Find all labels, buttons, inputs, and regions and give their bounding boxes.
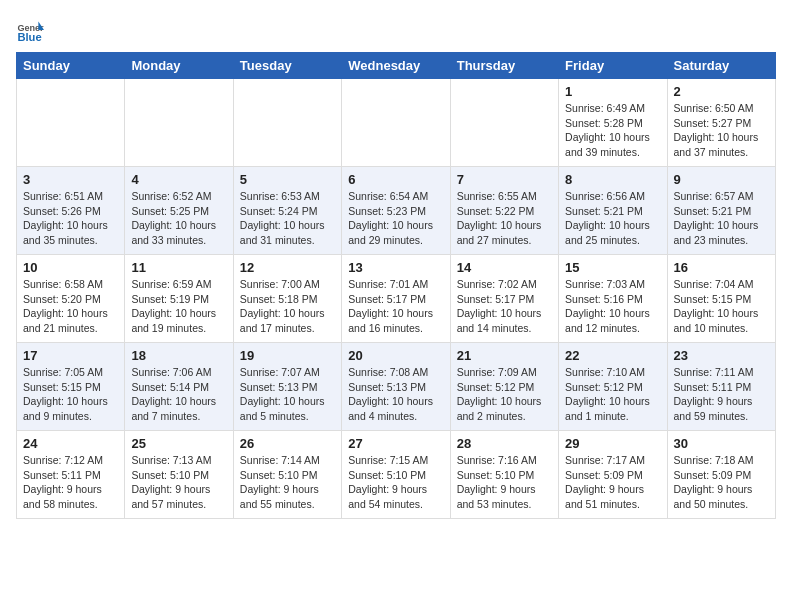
day-cell: 12Sunrise: 7:00 AM Sunset: 5:18 PM Dayli… bbox=[233, 255, 341, 343]
col-header-wednesday: Wednesday bbox=[342, 53, 450, 79]
day-cell: 16Sunrise: 7:04 AM Sunset: 5:15 PM Dayli… bbox=[667, 255, 775, 343]
day-cell: 4Sunrise: 6:52 AM Sunset: 5:25 PM Daylig… bbox=[125, 167, 233, 255]
day-number: 30 bbox=[674, 436, 769, 451]
day-cell: 23Sunrise: 7:11 AM Sunset: 5:11 PM Dayli… bbox=[667, 343, 775, 431]
header-row: SundayMondayTuesdayWednesdayThursdayFrid… bbox=[17, 53, 776, 79]
day-number: 21 bbox=[457, 348, 552, 363]
week-row-3: 10Sunrise: 6:58 AM Sunset: 5:20 PM Dayli… bbox=[17, 255, 776, 343]
day-number: 4 bbox=[131, 172, 226, 187]
day-info: Sunrise: 6:53 AM Sunset: 5:24 PM Dayligh… bbox=[240, 189, 335, 248]
day-info: Sunrise: 7:08 AM Sunset: 5:13 PM Dayligh… bbox=[348, 365, 443, 424]
day-info: Sunrise: 7:00 AM Sunset: 5:18 PM Dayligh… bbox=[240, 277, 335, 336]
day-info: Sunrise: 6:56 AM Sunset: 5:21 PM Dayligh… bbox=[565, 189, 660, 248]
day-cell: 15Sunrise: 7:03 AM Sunset: 5:16 PM Dayli… bbox=[559, 255, 667, 343]
header: General Blue bbox=[16, 16, 776, 44]
day-cell: 14Sunrise: 7:02 AM Sunset: 5:17 PM Dayli… bbox=[450, 255, 558, 343]
day-cell: 22Sunrise: 7:10 AM Sunset: 5:12 PM Dayli… bbox=[559, 343, 667, 431]
day-info: Sunrise: 7:09 AM Sunset: 5:12 PM Dayligh… bbox=[457, 365, 552, 424]
day-number: 23 bbox=[674, 348, 769, 363]
day-number: 14 bbox=[457, 260, 552, 275]
day-number: 3 bbox=[23, 172, 118, 187]
day-cell: 8Sunrise: 6:56 AM Sunset: 5:21 PM Daylig… bbox=[559, 167, 667, 255]
day-cell: 11Sunrise: 6:59 AM Sunset: 5:19 PM Dayli… bbox=[125, 255, 233, 343]
week-row-4: 17Sunrise: 7:05 AM Sunset: 5:15 PM Dayli… bbox=[17, 343, 776, 431]
day-info: Sunrise: 7:17 AM Sunset: 5:09 PM Dayligh… bbox=[565, 453, 660, 512]
day-number: 6 bbox=[348, 172, 443, 187]
col-header-sunday: Sunday bbox=[17, 53, 125, 79]
day-cell: 30Sunrise: 7:18 AM Sunset: 5:09 PM Dayli… bbox=[667, 431, 775, 519]
day-number: 1 bbox=[565, 84, 660, 99]
day-number: 22 bbox=[565, 348, 660, 363]
day-info: Sunrise: 7:15 AM Sunset: 5:10 PM Dayligh… bbox=[348, 453, 443, 512]
day-number: 24 bbox=[23, 436, 118, 451]
day-number: 11 bbox=[131, 260, 226, 275]
day-number: 18 bbox=[131, 348, 226, 363]
day-info: Sunrise: 6:58 AM Sunset: 5:20 PM Dayligh… bbox=[23, 277, 118, 336]
day-number: 7 bbox=[457, 172, 552, 187]
logo-icon: General Blue bbox=[16, 16, 44, 44]
day-number: 17 bbox=[23, 348, 118, 363]
svg-text:Blue: Blue bbox=[17, 31, 41, 43]
week-row-2: 3Sunrise: 6:51 AM Sunset: 5:26 PM Daylig… bbox=[17, 167, 776, 255]
day-cell: 7Sunrise: 6:55 AM Sunset: 5:22 PM Daylig… bbox=[450, 167, 558, 255]
day-cell: 25Sunrise: 7:13 AM Sunset: 5:10 PM Dayli… bbox=[125, 431, 233, 519]
day-cell: 13Sunrise: 7:01 AM Sunset: 5:17 PM Dayli… bbox=[342, 255, 450, 343]
col-header-thursday: Thursday bbox=[450, 53, 558, 79]
day-cell: 10Sunrise: 6:58 AM Sunset: 5:20 PM Dayli… bbox=[17, 255, 125, 343]
day-info: Sunrise: 7:14 AM Sunset: 5:10 PM Dayligh… bbox=[240, 453, 335, 512]
day-cell bbox=[450, 79, 558, 167]
day-number: 26 bbox=[240, 436, 335, 451]
day-info: Sunrise: 7:11 AM Sunset: 5:11 PM Dayligh… bbox=[674, 365, 769, 424]
week-row-5: 24Sunrise: 7:12 AM Sunset: 5:11 PM Dayli… bbox=[17, 431, 776, 519]
day-info: Sunrise: 6:49 AM Sunset: 5:28 PM Dayligh… bbox=[565, 101, 660, 160]
day-cell: 27Sunrise: 7:15 AM Sunset: 5:10 PM Dayli… bbox=[342, 431, 450, 519]
day-number: 28 bbox=[457, 436, 552, 451]
day-number: 25 bbox=[131, 436, 226, 451]
col-header-saturday: Saturday bbox=[667, 53, 775, 79]
day-cell: 20Sunrise: 7:08 AM Sunset: 5:13 PM Dayli… bbox=[342, 343, 450, 431]
col-header-monday: Monday bbox=[125, 53, 233, 79]
day-cell: 28Sunrise: 7:16 AM Sunset: 5:10 PM Dayli… bbox=[450, 431, 558, 519]
day-info: Sunrise: 7:16 AM Sunset: 5:10 PM Dayligh… bbox=[457, 453, 552, 512]
day-info: Sunrise: 7:04 AM Sunset: 5:15 PM Dayligh… bbox=[674, 277, 769, 336]
logo: General Blue bbox=[16, 16, 44, 44]
day-cell: 24Sunrise: 7:12 AM Sunset: 5:11 PM Dayli… bbox=[17, 431, 125, 519]
day-number: 10 bbox=[23, 260, 118, 275]
day-cell bbox=[125, 79, 233, 167]
day-info: Sunrise: 7:03 AM Sunset: 5:16 PM Dayligh… bbox=[565, 277, 660, 336]
day-info: Sunrise: 6:51 AM Sunset: 5:26 PM Dayligh… bbox=[23, 189, 118, 248]
day-info: Sunrise: 6:55 AM Sunset: 5:22 PM Dayligh… bbox=[457, 189, 552, 248]
day-cell bbox=[342, 79, 450, 167]
day-number: 15 bbox=[565, 260, 660, 275]
day-cell: 3Sunrise: 6:51 AM Sunset: 5:26 PM Daylig… bbox=[17, 167, 125, 255]
day-number: 9 bbox=[674, 172, 769, 187]
day-info: Sunrise: 7:05 AM Sunset: 5:15 PM Dayligh… bbox=[23, 365, 118, 424]
day-number: 16 bbox=[674, 260, 769, 275]
day-cell: 6Sunrise: 6:54 AM Sunset: 5:23 PM Daylig… bbox=[342, 167, 450, 255]
day-cell: 9Sunrise: 6:57 AM Sunset: 5:21 PM Daylig… bbox=[667, 167, 775, 255]
day-cell: 17Sunrise: 7:05 AM Sunset: 5:15 PM Dayli… bbox=[17, 343, 125, 431]
calendar: SundayMondayTuesdayWednesdayThursdayFrid… bbox=[16, 52, 776, 519]
day-cell: 26Sunrise: 7:14 AM Sunset: 5:10 PM Dayli… bbox=[233, 431, 341, 519]
day-info: Sunrise: 6:52 AM Sunset: 5:25 PM Dayligh… bbox=[131, 189, 226, 248]
col-header-friday: Friday bbox=[559, 53, 667, 79]
day-number: 2 bbox=[674, 84, 769, 99]
day-info: Sunrise: 7:12 AM Sunset: 5:11 PM Dayligh… bbox=[23, 453, 118, 512]
day-number: 12 bbox=[240, 260, 335, 275]
day-number: 5 bbox=[240, 172, 335, 187]
day-info: Sunrise: 7:10 AM Sunset: 5:12 PM Dayligh… bbox=[565, 365, 660, 424]
day-info: Sunrise: 7:01 AM Sunset: 5:17 PM Dayligh… bbox=[348, 277, 443, 336]
day-number: 13 bbox=[348, 260, 443, 275]
day-cell: 2Sunrise: 6:50 AM Sunset: 5:27 PM Daylig… bbox=[667, 79, 775, 167]
day-info: Sunrise: 7:02 AM Sunset: 5:17 PM Dayligh… bbox=[457, 277, 552, 336]
day-cell: 21Sunrise: 7:09 AM Sunset: 5:12 PM Dayli… bbox=[450, 343, 558, 431]
day-info: Sunrise: 7:07 AM Sunset: 5:13 PM Dayligh… bbox=[240, 365, 335, 424]
day-cell bbox=[233, 79, 341, 167]
day-number: 19 bbox=[240, 348, 335, 363]
day-number: 20 bbox=[348, 348, 443, 363]
day-info: Sunrise: 7:06 AM Sunset: 5:14 PM Dayligh… bbox=[131, 365, 226, 424]
day-cell: 29Sunrise: 7:17 AM Sunset: 5:09 PM Dayli… bbox=[559, 431, 667, 519]
day-cell: 19Sunrise: 7:07 AM Sunset: 5:13 PM Dayli… bbox=[233, 343, 341, 431]
day-info: Sunrise: 6:59 AM Sunset: 5:19 PM Dayligh… bbox=[131, 277, 226, 336]
day-number: 8 bbox=[565, 172, 660, 187]
